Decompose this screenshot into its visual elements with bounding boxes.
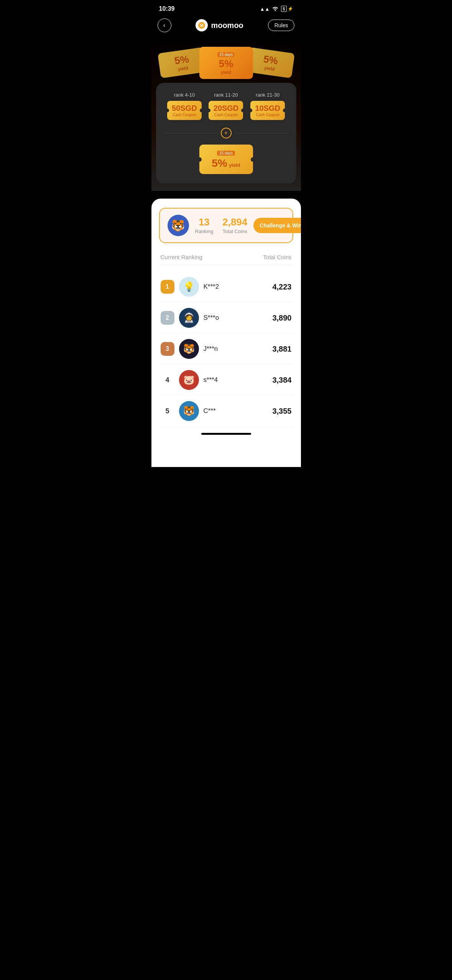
ticket-label-1: Cash Coupon: [172, 113, 197, 117]
rank-label-3: rank 21-30: [256, 92, 279, 98]
rank-col-1: rank 4-10 50SGD Cash Coupon: [167, 92, 202, 120]
rank-name-1: K***2: [204, 283, 268, 291]
nav-bar: ‹ M moomoo Rules: [151, 15, 301, 37]
user-ranking-stat: 13 Ranking: [195, 217, 214, 234]
top-coupons-area: 5% yield 15 days 5% yield 5% yield: [151, 37, 301, 83]
rank-coins-3: 3,881: [272, 345, 291, 354]
ticket-label-3: Cash Coupon: [255, 113, 280, 117]
rank-avatar-2: 🧑‍🚀: [179, 308, 199, 328]
logo-icon: M: [196, 19, 208, 31]
user-coins-stat: 2,894 Total Coins: [222, 217, 247, 234]
rank-avatar-5: 🐯: [179, 401, 199, 421]
bonus-yield-ticket: 15 days 5% yield: [199, 145, 253, 174]
rank-coins-2: 3,890: [272, 314, 291, 322]
user-avatar: 🐯: [168, 215, 189, 236]
rank-coins-1: 4,223: [272, 283, 291, 291]
rank-col-2: rank 11-20 20SGD Cash Coupon: [209, 92, 243, 120]
content-section: 🐯 13 Ranking 2,894 Total Coins Challenge…: [151, 199, 301, 467]
status-bar: 10:39 ▲▲ 5 ⚡: [151, 0, 301, 15]
center-coupon-pct: 5%: [205, 58, 247, 70]
divider-line-right: [235, 133, 289, 133]
rules-label: Rules: [274, 22, 288, 28]
ranks-row: rank 4-10 50SGD Cash Coupon rank 11-20 2…: [164, 92, 289, 120]
status-time: 10:39: [159, 5, 175, 12]
rank-name-5: C***: [204, 407, 268, 415]
top-coupon-center: 15 days 5% yield: [199, 47, 253, 79]
battery-icon: 5 ⚡: [281, 6, 293, 12]
ticket-amount-2: 20SGD: [213, 104, 238, 113]
ranking-header: Current Ranking Total Coins: [159, 254, 293, 265]
app-logo: M moomoo: [196, 19, 243, 31]
rank-badge-5: 5: [161, 404, 174, 418]
user-ranking-num: 13: [195, 217, 214, 227]
user-ranking-label: Ranking: [195, 229, 214, 234]
rank-name-3: J***n: [204, 345, 268, 353]
rank-name-2: S***o: [204, 314, 268, 322]
rank-badge-2: 2: [161, 311, 174, 325]
rank-col-3: rank 21-30 10SGD Cash Coupon: [250, 92, 285, 120]
bonus-coupon-days: 15 days: [217, 151, 235, 156]
cash-ticket-3: 10SGD Cash Coupon: [250, 101, 285, 120]
ticket-label-2: Cash Coupon: [213, 113, 238, 117]
rank-badge-1: 1: [161, 280, 174, 294]
divider-line-left: [164, 133, 218, 133]
rank-badge-3: 3: [161, 342, 174, 356]
status-icons: ▲▲ 5 ⚡: [260, 6, 293, 12]
back-button[interactable]: ‹: [158, 18, 171, 32]
challenge-button[interactable]: Challenge & Win!: [253, 218, 301, 233]
rules-button[interactable]: Rules: [268, 20, 295, 31]
rank-badge-4: 4: [161, 373, 174, 387]
ranking-list: 1 💡 K***2 4,223 2 🧑‍🚀 S***o 3,890 3 🐯 J*…: [159, 271, 293, 427]
rank-coins-4: 3,384: [272, 376, 291, 385]
rank-avatar-4: 🐷: [179, 370, 199, 390]
ticket-amount-3: 10SGD: [255, 104, 280, 113]
bonus-coupon-text: yield: [229, 162, 240, 168]
ranking-header-left: Current Ranking: [161, 254, 202, 260]
rank-label-2: rank 11-20: [214, 92, 238, 98]
cash-ticket-2: 20SGD Cash Coupon: [209, 101, 243, 120]
rank-avatar-1: 💡: [179, 277, 199, 297]
center-coupon-text: yield: [205, 70, 247, 75]
ranking-item-4: 4 🐷 s***4 3,384: [159, 365, 293, 396]
svg-text:M: M: [200, 23, 204, 28]
plus-icon: +: [221, 128, 232, 138]
rank-avatar-3: 🐯: [179, 339, 199, 359]
bonus-coupon-pct: 5%: [212, 157, 227, 169]
rank-name-4: s***4: [204, 376, 268, 384]
bonus-coupon-area: 15 days 5% yield: [164, 145, 289, 174]
user-coins-label: Total Coins: [222, 229, 247, 234]
user-stats: 13 Ranking 2,894 Total Coins: [195, 217, 248, 234]
ranking-item-1: 1 💡 K***2 4,223: [159, 271, 293, 303]
cash-ticket-1: 50SGD Cash Coupon: [167, 101, 202, 120]
ticket-amount-1: 50SGD: [172, 104, 197, 113]
rank-label-1: rank 4-10: [174, 92, 195, 98]
hero-area: 5% yield 15 days 5% yield 5% yield rank …: [151, 37, 301, 191]
top-coupon-right: 5% yield: [246, 47, 295, 78]
plus-divider: +: [164, 128, 289, 138]
back-icon: ‹: [163, 22, 165, 29]
ranking-header-right: Total Coins: [263, 254, 291, 260]
home-indicator: [201, 433, 251, 435]
user-rank-card: 🐯 13 Ranking 2,894 Total Coins Challenge…: [159, 208, 293, 243]
center-coupon-days: 15 days: [217, 52, 235, 57]
ranks-card: rank 4-10 50SGD Cash Coupon rank 11-20 2…: [156, 83, 296, 183]
rank-coins-5: 3,355: [272, 407, 291, 416]
wifi-icon: [272, 6, 279, 12]
app-name: moomoo: [211, 21, 243, 30]
user-coins-num: 2,894: [222, 217, 247, 227]
ranking-item-3: 3 🐯 J***n 3,881: [159, 334, 293, 365]
signal-icon: ▲▲: [260, 6, 270, 12]
ranking-item-2: 2 🧑‍🚀 S***o 3,890: [159, 303, 293, 334]
ranking-item-5: 5 🐯 C*** 3,355: [159, 396, 293, 427]
